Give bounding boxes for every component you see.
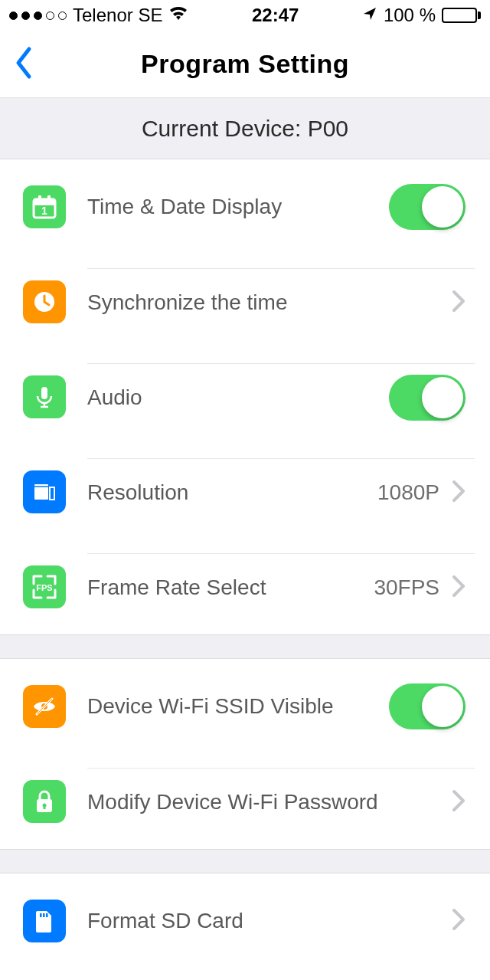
status-left: Telenor SE: [9, 5, 188, 26]
microphone-icon: [23, 375, 66, 418]
wifi-ssid-visible-label: Device Wi-Fi SSID Visible: [87, 694, 389, 719]
location-icon: [362, 5, 377, 26]
sd-card-icon: [23, 900, 66, 942]
row-format-sd-card[interactable]: Format SD Card: [0, 873, 490, 969]
row-modify-wifi-password[interactable]: Modify Device Wi-Fi Password: [0, 754, 490, 849]
row-resolution[interactable]: Resolution 1080P: [0, 444, 490, 539]
row-sync-time[interactable]: Synchronize the time: [0, 254, 490, 349]
page-title: Program Setting: [141, 49, 349, 79]
chevron-right-icon: [452, 480, 466, 506]
settings-group-3: Format SD Card Storage Info Load Setup D…: [0, 873, 490, 980]
clock-icon: [23, 280, 66, 323]
svg-text:FPS: FPS: [36, 583, 52, 592]
frame-rate-value: 30FPS: [374, 575, 439, 600]
frame-rate-label: Frame Rate Select: [87, 575, 374, 600]
status-time: 22:47: [252, 5, 299, 26]
row-audio[interactable]: Audio: [0, 349, 490, 444]
status-right: 100 %: [362, 5, 481, 26]
chevron-right-icon: [452, 908, 466, 934]
svg-rect-3: [47, 195, 51, 202]
resolution-icon: [23, 470, 66, 513]
svg-rect-10: [50, 487, 54, 500]
sync-time-label: Synchronize the time: [87, 290, 452, 315]
carrier-label: Telenor SE: [73, 5, 162, 26]
settings-group-1: 1 Time & Date Display Synchronize the ti…: [0, 159, 490, 635]
calendar-icon: 1: [23, 185, 66, 228]
eye-slash-icon: [23, 685, 66, 728]
svg-rect-20: [43, 913, 45, 917]
svg-rect-21: [46, 913, 48, 917]
chevron-right-icon: [452, 789, 466, 815]
device-header: Current Device: P00: [0, 98, 490, 159]
chevron-right-icon: [452, 575, 466, 601]
battery-percent: 100 %: [384, 5, 436, 26]
chevron-right-icon: [452, 290, 466, 316]
nav-bar: Program Setting: [0, 31, 490, 98]
settings-group-2: Device Wi-Fi SSID Visible Modify Device …: [0, 658, 490, 850]
back-button[interactable]: [14, 46, 34, 83]
row-frame-rate[interactable]: FPS Frame Rate Select 30FPS: [0, 539, 490, 634]
svg-rect-18: [44, 805, 46, 809]
svg-rect-19: [40, 913, 42, 917]
audio-toggle[interactable]: [389, 375, 466, 421]
audio-label: Audio: [87, 385, 389, 410]
modify-wifi-password-label: Modify Device Wi-Fi Password: [87, 790, 452, 814]
row-time-date-display[interactable]: 1 Time & Date Display: [0, 159, 490, 254]
svg-text:1: 1: [41, 205, 47, 217]
wifi-ssid-visible-toggle[interactable]: [389, 683, 466, 729]
status-bar: Telenor SE 22:47 100 %: [0, 0, 490, 31]
time-date-display-label: Time & Date Display: [87, 195, 389, 219]
resolution-value: 1080P: [377, 480, 439, 505]
svg-rect-6: [41, 387, 47, 399]
battery-icon: [442, 8, 481, 23]
lock-icon: [23, 780, 66, 823]
resolution-label: Resolution: [87, 480, 377, 505]
current-device-label: Current Device: P00: [142, 116, 348, 142]
format-sd-card-label: Format SD Card: [87, 909, 452, 933]
signal-dots-icon: [9, 11, 67, 20]
time-date-display-toggle[interactable]: [389, 184, 466, 230]
fps-icon: FPS: [23, 565, 66, 608]
row-wifi-ssid-visible[interactable]: Device Wi-Fi SSID Visible: [0, 659, 490, 754]
svg-rect-2: [38, 195, 41, 202]
row-storage-info[interactable]: Storage Info: [0, 969, 490, 980]
wifi-icon: [168, 5, 188, 26]
